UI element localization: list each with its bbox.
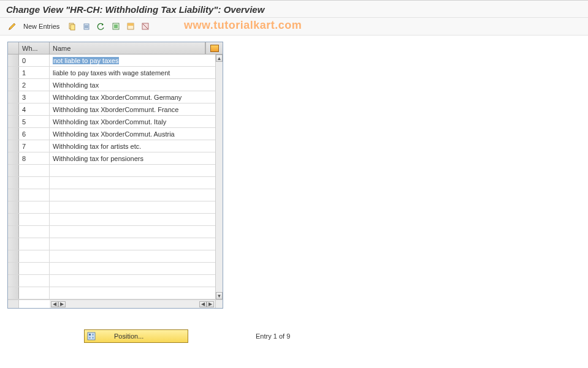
row-selector[interactable] bbox=[8, 189, 19, 201]
cell-wh[interactable] bbox=[19, 201, 50, 213]
row-selector[interactable] bbox=[8, 238, 19, 250]
table-row[interactable]: 8Withholding tax for pensioners bbox=[8, 152, 216, 165]
cell-wh[interactable]: 5 bbox=[19, 116, 50, 127]
table-row[interactable] bbox=[8, 226, 216, 238]
row-selector[interactable] bbox=[8, 287, 19, 299]
delete-icon[interactable] bbox=[80, 20, 93, 32]
table-row[interactable] bbox=[8, 214, 216, 226]
cell-name[interactable] bbox=[50, 238, 216, 250]
row-selector[interactable] bbox=[8, 152, 19, 164]
table-row[interactable]: 2Withholding tax bbox=[8, 79, 216, 91]
column-header-name[interactable]: Name bbox=[50, 42, 205, 54]
cell-wh[interactable]: 7 bbox=[19, 140, 50, 152]
row-selector[interactable] bbox=[8, 54, 19, 66]
table-row[interactable]: 3Withholding tax XborderCommut. Germany bbox=[8, 91, 216, 103]
scroll-up-button[interactable]: ▲ bbox=[216, 54, 223, 62]
table-row[interactable] bbox=[8, 238, 216, 250]
table-row[interactable]: 4Withholding tax XborderCommunt. France bbox=[8, 103, 216, 116]
cell-name[interactable] bbox=[50, 189, 216, 201]
cell-wh[interactable]: 2 bbox=[19, 79, 50, 91]
table-row[interactable] bbox=[8, 189, 216, 201]
table-row[interactable]: 0not liable to pay taxes bbox=[8, 54, 216, 67]
select-block-icon[interactable] bbox=[124, 20, 137, 32]
scroll-left-button-2[interactable]: ▶ bbox=[58, 301, 66, 307]
row-selector[interactable] bbox=[8, 116, 19, 127]
row-selector-header[interactable] bbox=[8, 42, 19, 54]
undo-icon[interactable] bbox=[95, 20, 107, 32]
select-all-icon[interactable] bbox=[110, 20, 122, 32]
table-row[interactable] bbox=[8, 275, 216, 287]
position-button[interactable]: Position... bbox=[84, 329, 188, 343]
cell-wh[interactable] bbox=[19, 189, 50, 201]
cell-wh[interactable]: 6 bbox=[19, 128, 50, 140]
table-settings-button[interactable] bbox=[205, 42, 223, 54]
cell-name[interactable]: Withholding tax XborderCommut. Germany bbox=[50, 91, 216, 103]
cell-name[interactable] bbox=[50, 214, 216, 225]
row-selector[interactable] bbox=[8, 79, 19, 91]
cell-wh[interactable] bbox=[19, 250, 50, 262]
cell-name[interactable]: Withholding tax XborderCommut. Italy bbox=[50, 116, 216, 127]
cell-wh[interactable]: 4 bbox=[19, 103, 50, 115]
scroll-left-button[interactable]: ◀ bbox=[51, 301, 58, 307]
cell-wh[interactable] bbox=[19, 275, 50, 287]
cell-name[interactable] bbox=[50, 287, 216, 299]
horizontal-scrollbar[interactable]: ◀ ▶ ◀ ▶ bbox=[8, 299, 223, 308]
cell-wh[interactable]: 0 bbox=[19, 54, 50, 66]
table-row[interactable] bbox=[8, 287, 216, 299]
toggle-mode-icon[interactable] bbox=[6, 20, 18, 32]
scroll-right-button-2[interactable]: ◀ bbox=[199, 301, 207, 307]
cell-wh[interactable] bbox=[19, 165, 50, 176]
cell-name[interactable] bbox=[50, 177, 216, 189]
cell-name[interactable] bbox=[50, 226, 216, 238]
copy-as-icon[interactable] bbox=[66, 20, 78, 32]
cell-wh[interactable] bbox=[19, 214, 50, 225]
cell-wh[interactable]: 1 bbox=[19, 67, 50, 78]
cell-name[interactable] bbox=[50, 165, 216, 176]
cell-name[interactable]: Withholding tax XborderCommunt. France bbox=[50, 103, 216, 115]
cell-wh[interactable] bbox=[19, 226, 50, 238]
row-selector[interactable] bbox=[8, 177, 19, 189]
cell-name[interactable]: Withholding tax for artists etc. bbox=[50, 140, 216, 152]
table-row[interactable]: 5Withholding tax XborderCommut. Italy bbox=[8, 116, 216, 128]
row-selector[interactable] bbox=[8, 263, 19, 274]
vertical-scrollbar[interactable]: ▲ ▼ bbox=[215, 54, 223, 299]
cell-wh[interactable]: 8 bbox=[19, 152, 50, 164]
table-row[interactable]: 6Withholding tax XborderCommut. Austria bbox=[8, 128, 216, 140]
cell-name[interactable]: liable to pay taxes with wage statement bbox=[50, 67, 216, 78]
row-selector[interactable] bbox=[8, 128, 19, 140]
scroll-down-button[interactable]: ▼ bbox=[216, 292, 223, 299]
row-selector[interactable] bbox=[8, 91, 19, 103]
cell-name[interactable] bbox=[50, 250, 216, 262]
new-entries-button[interactable]: New Entries bbox=[23, 23, 59, 30]
table-row[interactable]: 7Withholding tax for artists etc. bbox=[8, 140, 216, 152]
table-row[interactable] bbox=[8, 177, 216, 189]
cell-name[interactable]: Withholding tax XborderCommut. Austria bbox=[50, 128, 216, 140]
table-row[interactable] bbox=[8, 250, 216, 263]
cell-name[interactable]: not liable to pay taxes bbox=[50, 54, 216, 66]
table-row[interactable] bbox=[8, 201, 216, 214]
column-header-wh[interactable]: Wh... bbox=[19, 42, 50, 54]
cell-name[interactable]: Withholding tax for pensioners bbox=[50, 152, 216, 164]
row-selector[interactable] bbox=[8, 103, 19, 115]
cell-wh[interactable] bbox=[19, 177, 50, 189]
cell-wh[interactable] bbox=[19, 287, 50, 299]
table-row[interactable]: 1liable to pay taxes with wage statement bbox=[8, 67, 216, 79]
row-selector[interactable] bbox=[8, 201, 19, 213]
row-selector[interactable] bbox=[8, 165, 19, 176]
scroll-right-button[interactable]: ▶ bbox=[207, 301, 214, 307]
row-selector[interactable] bbox=[8, 140, 19, 152]
row-selector[interactable] bbox=[8, 250, 19, 262]
table-row[interactable] bbox=[8, 165, 216, 177]
cell-name[interactable] bbox=[50, 275, 216, 287]
cell-name[interactable] bbox=[50, 201, 216, 213]
row-selector[interactable] bbox=[8, 214, 19, 225]
cell-name[interactable] bbox=[50, 263, 216, 274]
row-selector[interactable] bbox=[8, 275, 19, 287]
cell-name[interactable]: Withholding tax bbox=[50, 79, 216, 91]
deselect-all-icon[interactable] bbox=[139, 20, 151, 32]
cell-wh[interactable]: 3 bbox=[19, 91, 50, 103]
row-selector[interactable] bbox=[8, 67, 19, 78]
cell-wh[interactable] bbox=[19, 263, 50, 274]
table-row[interactable] bbox=[8, 263, 216, 275]
row-selector[interactable] bbox=[8, 226, 19, 238]
